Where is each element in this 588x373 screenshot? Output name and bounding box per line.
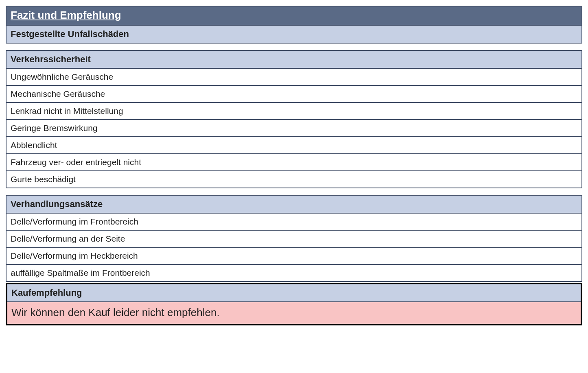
list-item: Ungewöhnliche Geräusche xyxy=(7,68,581,85)
list-item: Gurte beschädigt xyxy=(7,170,581,188)
accident-header: Festgestellte Unfallschäden xyxy=(7,25,581,43)
section-recommendation: Kaufempfehlung Wir können den Kauf leide… xyxy=(6,283,582,325)
list-item: Fahrzeug ver- oder entriegelt nicht xyxy=(7,153,581,170)
safety-header: Verkehrssicherheit xyxy=(7,51,581,68)
list-item: Delle/Verformung im Heckbereich xyxy=(7,247,581,264)
list-item: Abblendlicht xyxy=(7,136,581,153)
section-negotiation: Verhandlungsansätze Delle/Verformung im … xyxy=(6,195,582,282)
list-item: Mechanische Geräusche xyxy=(7,85,581,102)
list-item: Lenkrad nicht in Mittelstellung xyxy=(7,102,581,119)
section-title-accident: Fazit und Empfehlung Festgestellte Unfal… xyxy=(6,6,582,44)
negotiation-header: Verhandlungsansätze xyxy=(7,196,581,213)
list-item: Delle/Verformung an der Seite xyxy=(7,230,581,247)
recommendation-text: Wir können den Kauf leider nicht empfehl… xyxy=(7,301,581,324)
list-item: auffällige Spaltmaße im Frontbereich xyxy=(7,264,581,281)
recommendation-header: Kaufempfehlung xyxy=(7,284,581,301)
section-safety: Verkehrssicherheit Ungewöhnliche Geräusc… xyxy=(6,50,582,188)
list-item: Geringe Bremswirkung xyxy=(7,119,581,136)
page-title: Fazit und Empfehlung xyxy=(7,7,581,25)
list-item: Delle/Verformung im Frontbereich xyxy=(7,213,581,230)
